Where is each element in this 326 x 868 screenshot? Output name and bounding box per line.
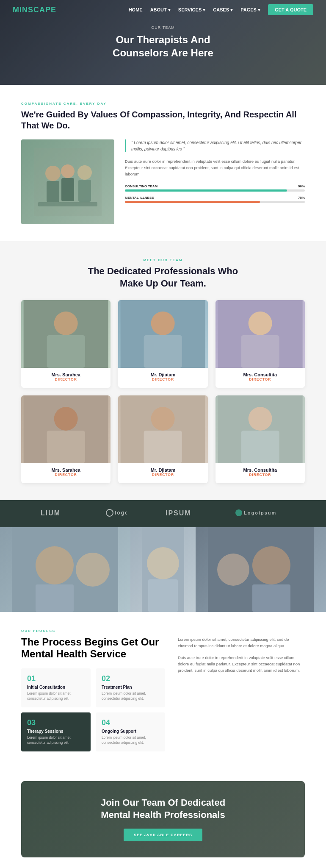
team-member-name: Mr. Djiatam — [118, 467, 207, 473]
step-desc-4: Lorem ipsum dolor sit amet, consectetur … — [102, 735, 159, 746]
team-card: Mrs. Sarahea DIRECTOR — [21, 300, 111, 388]
team-member-photo — [21, 300, 111, 368]
step-desc-2: Lorem ipsum dolor sit amet, consectetur … — [102, 691, 159, 701]
partner-logo-1: LIUM — [41, 509, 66, 519]
progress-value-consulting: 90% — [298, 184, 305, 188]
process-content: The Process Begins Get Our Mental Health… — [21, 636, 305, 751]
therapy-illustration — [34, 148, 102, 216]
steps-grid: 01 Initial Consultation Lorem ipsum dolo… — [21, 668, 165, 751]
see-careers-button[interactable]: SEE AVAILABLE CAREERS — [124, 829, 202, 841]
svg-rect-40 — [36, 584, 74, 612]
team-member-name: Mrs. Consultita — [215, 372, 305, 377]
team-member-photo — [21, 395, 111, 463]
team-member-photo — [215, 300, 305, 368]
logo-min: MIN — [13, 6, 28, 14]
step-num-4: 04 — [102, 718, 159, 727]
progress-bar-bg-mental — [125, 201, 305, 203]
get-quote-button[interactable]: GET A QUOTE — [268, 4, 313, 15]
nav-links: HOME ABOUT ▾ SERVICES ▾ CASES ▾ PAGES ▾ … — [129, 4, 313, 15]
process-desc-1: Lorem ipsum dolor sit amet, consectetur … — [178, 636, 305, 649]
svg-point-39 — [36, 546, 74, 584]
quote-text: " Lorem ipsum dolor sit amet, consectetu… — [131, 139, 305, 152]
svg-rect-2 — [47, 181, 59, 202]
step-num-3: 03 — [27, 718, 85, 727]
step-card-4: 04 Ongoing Support Lorem ipsum dolor sit… — [96, 712, 165, 751]
team-member-role: DIRECTOR — [215, 473, 305, 477]
svg-text:Logoipsum: Logoipsum — [244, 510, 276, 515]
team-member-name: Mr. Djiatam — [118, 372, 207, 377]
step-desc-1: Lorem ipsum dolor sit amet, consectetur … — [27, 691, 85, 701]
progress-bar-fill-consulting — [125, 189, 287, 192]
progress-bar-bg-consulting — [125, 189, 305, 192]
partner-logo-2: logo — [105, 509, 127, 519]
join-section: Join Our Team Of Dedicated Mental Health… — [21, 781, 305, 857]
step-card-3: 03 Therapy Sessions Lorem ipsum dolor si… — [21, 712, 91, 751]
team-card: Mr. Djiatam DIRECTOR — [118, 395, 207, 483]
process-section: OUR PROCESS The Process Begins Get Our M… — [0, 612, 326, 768]
svg-point-36 — [235, 509, 242, 516]
team-card: Mrs. Consultita DIRECTOR — [215, 300, 305, 388]
process-right-text: Lorem ipsum dolor sit amet, consectetur … — [178, 636, 305, 751]
hero-title: Our Therapists And Counselors Are Here — [113, 33, 213, 59]
step-title-4: Ongoing Support — [102, 729, 159, 734]
about-section: COMPASSIONATE CARE, EVERY DAY We're Guid… — [0, 85, 326, 241]
team-card: Mr. Djiatam DIRECTOR — [118, 300, 207, 388]
process-steps: The Process Begins Get Our Mental Health… — [21, 636, 165, 751]
svg-point-41 — [76, 553, 110, 587]
step-card-1: 01 Initial Consultation Lorem ipsum dolo… — [21, 668, 91, 707]
progress-mental: MENTAL ILLNESS 75% — [125, 196, 305, 203]
svg-point-33 — [106, 509, 113, 516]
svg-rect-15 — [121, 300, 205, 368]
team-member-role: DIRECTOR — [21, 377, 111, 381]
svg-point-43 — [147, 547, 179, 579]
team-card: Mrs. Sarahea DIRECTOR — [21, 395, 111, 483]
step-desc-3: Lorem ipsum dolor sit amet, consectetur … — [27, 735, 85, 746]
svg-point-3 — [61, 164, 75, 178]
nav-home[interactable]: HOME — [129, 7, 143, 12]
team-card: Mrs. Consultita DIRECTOR — [215, 395, 305, 483]
about-tag: COMPASSIONATE CARE, EVERY DAY — [21, 102, 305, 106]
nav-services[interactable]: SERVICES ▾ — [178, 7, 206, 13]
team-grid: Mrs. Sarahea DIRECTOR Mr. Djiatam DIRECT… — [21, 300, 305, 483]
team-heading: The Dedicated Professionals Who Make Up … — [21, 265, 305, 289]
svg-rect-19 — [218, 300, 302, 368]
svg-rect-23 — [24, 395, 108, 463]
svg-point-48 — [217, 554, 249, 586]
process-desc-2: Duis aute irure dolor in reprehenderit i… — [178, 654, 305, 674]
process-heading: The Process Begins Get Our Mental Health… — [21, 636, 165, 660]
svg-rect-27 — [121, 395, 205, 463]
join-heading: Join Our Team Of Dedicated Mental Health… — [101, 797, 225, 821]
progress-bar-fill-mental — [125, 201, 260, 203]
progress-section: CONSULTING TEAM 90% MENTAL ILLNESS 75% — [125, 184, 305, 203]
svg-point-46 — [252, 546, 290, 584]
team-member-role: DIRECTOR — [21, 473, 111, 477]
about-content: " Lorem ipsum dolor sit amet, consectetu… — [21, 139, 305, 224]
team-tag: MEET OUR TEAM — [21, 258, 305, 262]
process-tag: OUR PROCESS — [21, 629, 305, 633]
svg-rect-11 — [24, 300, 108, 368]
team-member-role: DIRECTOR — [215, 377, 305, 381]
team-member-name: Mrs. Sarahea — [21, 372, 111, 377]
step-num-1: 01 — [27, 674, 85, 683]
step-num-2: 02 — [102, 674, 159, 683]
nav-pages[interactable]: PAGES ▾ — [240, 7, 260, 13]
nav-cases[interactable]: CASES ▾ — [213, 7, 233, 13]
svg-rect-4 — [61, 178, 74, 201]
team-section: MEET OUR TEAM The Dedicated Professional… — [0, 241, 326, 500]
step-title-3: Therapy Sessions — [27, 729, 85, 734]
svg-rect-44 — [148, 579, 178, 612]
step-title-1: Initial Consultation — [27, 685, 85, 690]
navbar: MINSCAPE HOME ABOUT ▾ SERVICES ▾ CASES ▾… — [0, 0, 326, 19]
team-member-role: DIRECTOR — [118, 473, 207, 477]
about-heading: We're Guided By Values Of Compassion, In… — [21, 109, 305, 131]
svg-text:logo: logo — [115, 510, 127, 516]
nav-about[interactable]: ABOUT ▾ — [150, 7, 171, 13]
svg-rect-47 — [252, 584, 290, 612]
svg-rect-31 — [218, 395, 302, 463]
about-description: Duis aute irure dolor in reprehenderit i… — [125, 158, 305, 178]
svg-rect-6 — [78, 180, 91, 202]
about-image-inner — [21, 139, 114, 224]
progress-label-consulting: CONSULTING TEAM — [125, 184, 157, 188]
svg-text:IPSUM: IPSUM — [166, 509, 191, 517]
hero-content: OUR TEAM Our Therapists And Counselors A… — [113, 25, 213, 59]
